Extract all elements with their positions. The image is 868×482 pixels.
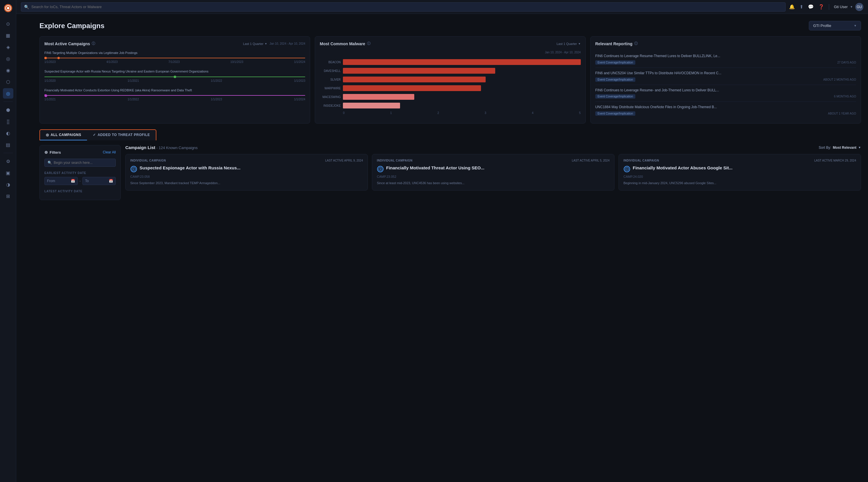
date-separator: - (80, 179, 81, 183)
report-tag-4: Event Coverage/Implication (595, 111, 636, 116)
help-icon[interactable]: ❓ (818, 4, 824, 9)
card-description-2: Since at least mid-2023, UNC4536 has bee… (377, 181, 610, 186)
filters-label: Filters (50, 150, 61, 155)
tab-threat-profile[interactable]: ✓ ADDED TO THREAT PROFILE (87, 130, 156, 140)
card-date-2: LAST ACTIVE APRIL 5, 2024 (572, 159, 610, 162)
page-title: Explore Campaigns (39, 22, 104, 30)
page-header: Explore Campaigns GTI Profile ▼ (39, 21, 861, 30)
bar-fill-beacon (343, 59, 581, 65)
report-title-3: FIN6 Continues to Leverage Resume- and J… (595, 88, 856, 93)
relevant-reporting-widget: Relevant Reporting ⓘ FIN6 Continues to L… (590, 36, 861, 124)
sidebar-icon-intel[interactable]: ◐ (3, 128, 13, 138)
profile-select-dropdown[interactable]: GTI Profile ▼ (809, 21, 861, 30)
card-id-3: CAMP.24.020 (623, 175, 856, 179)
card-meta-3: INDIVIDUAL CAMPAIGN LAST ACTIVE MARCH 29… (623, 159, 856, 162)
sidebar-icon-dots[interactable]: ⣿ (3, 116, 13, 127)
campaign-card-3[interactable]: INDIVIDUAL CAMPAIGN LAST ACTIVE MARCH 29… (619, 154, 861, 191)
bar-label-insidejoke: INSIDEJOKE (320, 104, 341, 107)
card-title-row-3: Financially Motivated Actor Abuses Googl… (623, 165, 856, 172)
report-item-2[interactable]: FIN6 and UNC5204 Use Similar TTPs to Dis… (595, 68, 856, 85)
campaign-card-2[interactable]: INDIVIDUAL CAMPAIGN LAST ACTIVE APRIL 5,… (372, 154, 615, 191)
widget-title-text-campaigns: Most Active Campaigns (44, 41, 90, 46)
card-title-row-1: Suspected Espionage Actor with Russia Ne… (130, 165, 363, 172)
malware-bar-chart: BEACON DAVESHELL SLIVER (320, 57, 581, 117)
campaign-item-3: Financially Motivated Actor Conducts Ext… (44, 88, 305, 101)
bar-label-maceswing: MACESWING (320, 95, 341, 99)
info-icon-reporting[interactable]: ⓘ (634, 41, 638, 46)
sidebar-icon-dashboard[interactable]: ▦ (3, 30, 13, 41)
bar-container-daveshell (343, 68, 581, 74)
avatar: GU (855, 3, 863, 11)
card-type-1: INDIVIDUAL CAMPAIGN (130, 159, 166, 162)
widget-title-malware: Most Common Malware ⓘ (320, 41, 370, 46)
earliest-date-label: EARLIEST ACTIVITY DATE (44, 171, 116, 174)
timeline-dot-2f (174, 76, 176, 78)
user-name-label: Gti User (834, 5, 848, 9)
sidebar-icon-reports[interactable]: ▤ (3, 139, 13, 150)
sort-select-dropdown[interactable]: Sort By: Most Relevant ▼ (819, 146, 861, 150)
report-item-3[interactable]: FIN6 Continues to Leverage Resume- and J… (595, 85, 856, 102)
sidebar-icon-actors[interactable]: ◉ (3, 65, 13, 75)
sidebar-icon-campaigns[interactable]: ◎ (3, 88, 13, 99)
report-item-4[interactable]: UNC1884 May Distribute Malicious OneNote… (595, 102, 856, 119)
tab-all-campaigns[interactable]: ◎ ALL CAMPAIGNS (40, 130, 87, 140)
bar-label-daveshell: DAVESHELL (320, 69, 341, 72)
upload-icon[interactable]: ⬆ (800, 4, 803, 9)
campaign-card-1[interactable]: INDIVIDUAL CAMPAIGN LAST ACTIVE APRIL 9,… (125, 154, 368, 191)
report-time-1: 27 DAYS AGO (837, 61, 856, 64)
sidebar-icon-target[interactable]: ◎ (3, 53, 13, 64)
filter-search-box[interactable]: 🔍 (44, 159, 116, 167)
latest-date-label: LATEST ACTIVITY DATE (44, 190, 116, 193)
report-meta-1: Event Coverage/Implication 27 DAYS AGO (595, 60, 856, 65)
campaign-name-3: Financially Motivated Actor Conducts Ext… (44, 88, 305, 93)
user-section[interactable]: Gti User ▼ GU (834, 3, 863, 11)
filter-search-input[interactable] (54, 161, 113, 165)
card-title-row-2: Financially Motivated Threat Actor Using… (377, 165, 610, 172)
chat-icon[interactable]: 💬 (808, 4, 814, 9)
nav-divider (829, 4, 829, 10)
nav-icons: 🔔 ⬆ 💬 ❓ Gti User ▼ GU (789, 3, 863, 11)
notifications-icon[interactable]: 🔔 (789, 4, 795, 9)
info-icon-campaigns[interactable]: ⓘ (92, 41, 95, 46)
report-item-1[interactable]: FIN6 Continues to Leverage Resume-Themed… (595, 51, 856, 68)
sidebar-icon-malware[interactable]: ⬡ (3, 76, 13, 87)
sort-chevron-icon: ▼ (858, 146, 861, 149)
info-icon-malware[interactable]: ⓘ (367, 41, 370, 46)
report-time-4: ABOUT 1 YEAR AGO (828, 112, 856, 115)
svg-point-5 (133, 168, 134, 170)
bar-container-sliver (343, 76, 581, 83)
campaign-icon-1 (130, 166, 137, 172)
date-range-malware[interactable]: Last 1 Quarter ▼ (556, 42, 581, 45)
to-date-input[interactable]: To 📅 (83, 177, 116, 185)
bar-row-warpwire: WARPWIRE (320, 85, 581, 91)
tabs-bar: ◎ ALL CAMPAIGNS ✓ ADDED TO THREAT PROFIL… (39, 129, 156, 140)
sidebar-icon-settings[interactable]: ⚙ (3, 156, 13, 166)
filters-panel: ⊜ Filters Clear All 🔍 EARLIEST ACTIVITY … (39, 145, 121, 200)
timeline-1 (44, 57, 305, 59)
card-title-1: Suspected Espionage Actor with Russia Ne… (140, 165, 241, 171)
clear-all-button[interactable]: Clear All (103, 150, 116, 154)
sidebar-icon-vulnerabilities[interactable]: ⬢ (3, 105, 13, 115)
card-meta-2: INDIVIDUAL CAMPAIGN LAST ACTIVE APRIL 5,… (377, 159, 610, 162)
card-title-2: Financially Motivated Threat Actor Using… (386, 165, 485, 171)
from-date-input[interactable]: From 📅 (44, 177, 78, 185)
sidebar-icon-profile[interactable]: ◑ (3, 179, 13, 190)
svg-point-8 (380, 168, 381, 170)
sort-label: Sort By: (819, 146, 831, 150)
timeline-dot-1a (57, 57, 60, 59)
timeline-labels-2: 1/1/20201/1/20211/1/20221/1/2023 (44, 79, 305, 83)
profile-select-label: GTI Profile (813, 24, 831, 28)
svg-point-2 (7, 7, 9, 9)
card-description-3: Beginning in mid-January 2024, UNC5296 a… (623, 181, 856, 186)
sidebar-icon-home[interactable]: ⊙ (3, 19, 13, 29)
search-bar-container[interactable]: 🔍 (21, 2, 785, 11)
sidebar-icon-grid[interactable]: ⊞ (3, 191, 13, 201)
sidebar-icon-graph[interactable]: ◈ (3, 42, 13, 52)
date-range-label-campaigns: Last 1 Quarter (243, 42, 264, 45)
chevron-campaigns-icon: ▼ (265, 42, 267, 45)
app-logo[interactable] (3, 3, 13, 13)
search-input[interactable] (31, 5, 782, 9)
sidebar-icon-monitor[interactable]: ▣ (3, 168, 13, 178)
date-range-campaigns[interactable]: Last 1 Quarter ▼ Jan 10, 2024 - Apr 10, … (243, 42, 306, 45)
card-type-3: INDIVIDUAL CAMPAIGN (623, 159, 659, 162)
